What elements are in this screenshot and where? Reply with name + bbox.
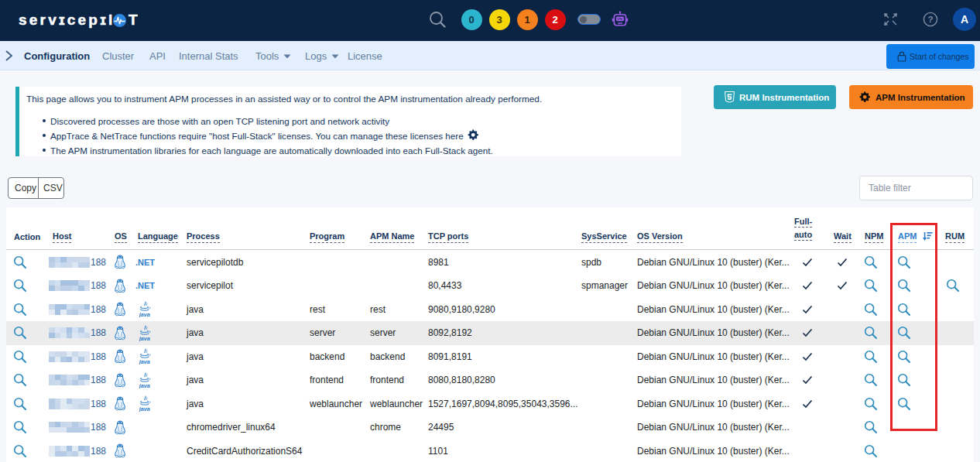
- svg-text:?: ?: [927, 15, 933, 24]
- svg-text:java: java: [139, 311, 150, 317]
- svg-text:java: java: [139, 358, 150, 364]
- svg-text:java: java: [139, 406, 150, 412]
- svg-text:java: java: [139, 382, 150, 388]
- svg-text:java: java: [139, 334, 150, 341]
